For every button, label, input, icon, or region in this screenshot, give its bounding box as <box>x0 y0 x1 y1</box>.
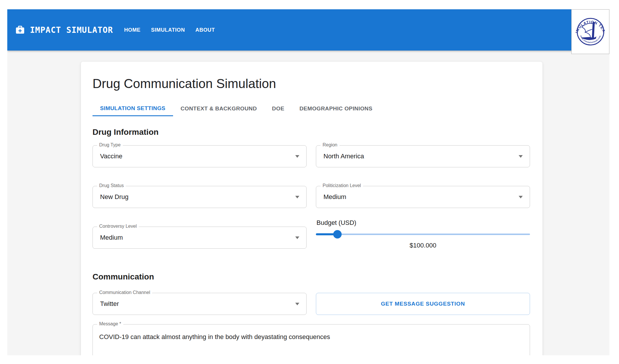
tab-context-background[interactable]: CONTEXT & BACKGROUND <box>173 101 264 116</box>
region-select[interactable]: Region North America <box>316 145 530 167</box>
drug-information-heading: Drug Information <box>93 127 530 137</box>
communication-grid: Communication Channel Twitter GET MESSAG… <box>93 293 530 315</box>
dropdown-arrow-icon <box>295 196 299 198</box>
medical-bag-icon <box>15 25 25 35</box>
drug-type-select[interactable]: Drug Type Vaccine <box>93 145 307 167</box>
budget-group: Budget (USD) $100.000 <box>316 219 530 241</box>
drug-type-label: Drug Type <box>97 142 123 148</box>
dropdown-arrow-icon <box>519 155 523 158</box>
simulation-team-logo: SIMULATION TEAM www.simulationteam.com <box>571 9 609 54</box>
app-bar: IMPACT SIMULATOR HOME SIMULATION ABOUT <box>7 9 609 51</box>
dropdown-arrow-icon <box>295 236 299 239</box>
get-message-suggestion-button[interactable]: GET MESSAGE SUGGESTION <box>316 293 530 315</box>
budget-slider[interactable] <box>316 229 530 239</box>
politicization-level-label: Politicization Level <box>321 183 363 188</box>
drug-information-grid: Drug Type Vaccine Region North America D… <box>93 145 530 249</box>
budget-slider-rail[interactable] <box>316 234 530 235</box>
app-page: IMPACT SIMULATOR HOME SIMULATION ABOUT S… <box>7 9 609 355</box>
tab-doe[interactable]: DOE <box>264 101 292 116</box>
nav-link-about[interactable]: ABOUT <box>195 27 215 33</box>
drug-status-label: Drug Status <box>97 183 126 188</box>
region-value: North America <box>316 153 364 160</box>
controversy-level-value: Medium <box>93 234 123 241</box>
message-text: COVID-19 can attack almost anything in t… <box>99 333 523 341</box>
nav-link-home[interactable]: HOME <box>124 27 140 33</box>
communication-heading: Communication <box>93 272 530 282</box>
communication-channel-value: Twitter <box>93 300 119 308</box>
tab-demographic-opinions[interactable]: DEMOGRAPHIC OPINIONS <box>292 101 380 116</box>
drug-status-value: New Drug <box>93 193 129 201</box>
dropdown-arrow-icon <box>295 303 299 305</box>
drug-type-value: Vaccine <box>93 153 122 160</box>
dropdown-arrow-icon <box>295 155 299 158</box>
message-label: Message * <box>97 321 123 327</box>
region-label: Region <box>321 142 339 148</box>
message-textarea[interactable]: Message * COVID-19 can attack almost any… <box>93 324 530 355</box>
budget-value: $100.000 <box>316 242 530 249</box>
budget-label: Budget (USD) <box>316 219 530 227</box>
simulation-card: Drug Communication Simulation SIMULATION… <box>81 62 542 355</box>
budget-slider-thumb[interactable] <box>333 230 341 239</box>
nav-link-simulation[interactable]: SIMULATION <box>151 27 185 33</box>
nav-links: HOME SIMULATION ABOUT <box>124 27 215 33</box>
app-title[interactable]: IMPACT SIMULATOR <box>30 25 113 35</box>
communication-channel-select[interactable]: Communication Channel Twitter <box>93 293 307 315</box>
tab-simulation-settings[interactable]: SIMULATION SETTINGS <box>93 101 173 116</box>
controversy-level-select[interactable]: Controversy Level Medium <box>93 227 307 249</box>
page-title: Drug Communication Simulation <box>93 76 530 91</box>
tab-bar: SIMULATION SETTINGS CONTEXT & BACKGROUND… <box>93 101 530 116</box>
drug-status-select[interactable]: Drug Status New Drug <box>93 186 307 208</box>
communication-channel-label: Communication Channel <box>97 290 152 295</box>
controversy-level-label: Controversy Level <box>97 224 139 229</box>
politicization-level-select[interactable]: Politicization Level Medium <box>316 186 530 208</box>
dropdown-arrow-icon <box>519 196 523 198</box>
politicization-level-value: Medium <box>316 193 346 201</box>
simulation-team-logo-icon: SIMULATION TEAM www.simulationteam.com <box>573 14 608 49</box>
